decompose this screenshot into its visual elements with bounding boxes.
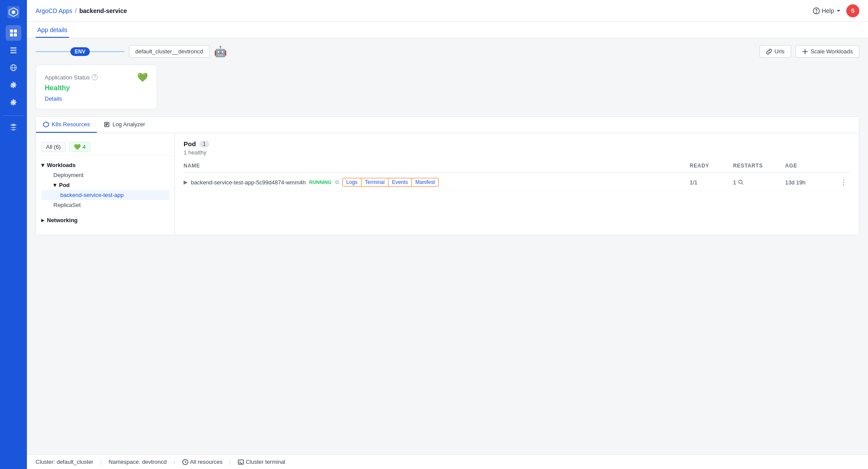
terminal-icon (238, 459, 244, 465)
health-icon: 💚 (137, 72, 148, 82)
chevron-right-icon: › (174, 459, 175, 465)
workloads-group-header[interactable]: ▾ Workloads (41, 160, 169, 170)
svg-rect-3 (14, 30, 17, 33)
breadcrumb-apps[interactable]: ArgoCD Apps (36, 7, 72, 14)
action-buttons: Logs Terminal Events Manifest (342, 178, 439, 187)
scale-label: Scale Workloads (811, 48, 853, 55)
pod-group-label: Pod (59, 182, 70, 188)
tree-item-deployment[interactable]: Deployment (41, 170, 169, 180)
col-header-actions (837, 163, 850, 169)
urls-button[interactable]: Urls (760, 45, 791, 58)
breadcrumb-current: backend-service (79, 7, 127, 14)
copy-icon[interactable]: ⧉ (335, 179, 339, 186)
info-icon[interactable]: ? (92, 74, 98, 80)
svg-line-20 (742, 184, 743, 185)
action-logs-button[interactable]: Logs (343, 178, 362, 186)
robot-icon: 🤖 (214, 46, 227, 58)
filter-healthy-button[interactable]: 💚 4 (69, 142, 90, 152)
left-panel: All (6) 💚 4 ▾ Workloads (36, 133, 175, 235)
sidebar-icon-environments[interactable] (6, 60, 21, 75)
status-card: Application Status ? 💚 Healthy Details (36, 65, 157, 109)
pod-ready: 1/1 (690, 179, 733, 186)
pod-age: 13d 19h (785, 179, 837, 186)
pod-status: RUNNING (309, 180, 331, 185)
cluster-terminal-link[interactable]: Cluster terminal (238, 459, 285, 465)
heart-filter-icon: 💚 (74, 144, 81, 150)
pod-panel-title: Pod (184, 140, 196, 148)
row-expand-icon[interactable]: ▶ (184, 179, 187, 185)
pod-name-cell: ▶ backend-service-test-app-5c99d4874-wmm… (184, 178, 690, 187)
urls-label: Urls (775, 48, 785, 55)
pod-group-header[interactable]: ▾ Pod (41, 180, 169, 190)
sidebar-logo[interactable] (6, 4, 21, 20)
col-header-ready: READY (690, 163, 733, 169)
pod-count-badge: 1 (199, 141, 209, 148)
status-card-title-text: Application Status (45, 74, 90, 81)
svg-rect-6 (10, 47, 16, 49)
col-header-restarts: RESTARTS (733, 163, 785, 169)
k8s-tabs: K8s Resources Log Analyzer (36, 117, 859, 133)
sidebar-icon-settings2[interactable] (6, 95, 21, 110)
details-link[interactable]: Details (45, 95, 148, 102)
bottom-namespace: Namespace: devtroncd (108, 459, 167, 465)
row-more-button[interactable]: ⋮ (837, 178, 850, 187)
svg-point-19 (739, 180, 742, 184)
col-header-name: NAME (184, 163, 690, 169)
content-area: ENV default_cluster__devtroncd 🤖 Urls (27, 38, 868, 454)
networking-label: Networking (47, 217, 78, 223)
tree-group-networking: ▸ Networking (36, 213, 174, 228)
help-label: Help (822, 7, 834, 14)
networking-expand-icon: ▸ (41, 217, 44, 223)
bottom-sep2: | (230, 459, 231, 465)
tab-log-analyzer[interactable]: Log Analyzer (97, 117, 152, 133)
svg-rect-7 (10, 50, 16, 51)
networking-group-header[interactable]: ▸ Networking (41, 215, 169, 225)
bottom-sep1: | (100, 459, 102, 465)
tree-item-pod-selected[interactable]: backend-service-test-app (41, 190, 169, 200)
action-terminal-button[interactable]: Terminal (362, 178, 388, 186)
tab-log-analyzer-label: Log Analyzer (112, 121, 145, 128)
topbar: ArgoCD Apps / backend-service Help S (27, 0, 868, 22)
link-icon (766, 49, 772, 55)
all-resources-link[interactable]: All resources (182, 459, 223, 465)
chevron-down-icon (836, 8, 841, 13)
workloads-label: Workloads (47, 162, 76, 168)
tree-group-workloads: ▾ Workloads Deployment ▾ Pod backend-ser… (36, 157, 174, 213)
env-line: ENV (36, 47, 125, 56)
tree-section: ▾ Workloads Deployment ▾ Pod backend-ser… (36, 156, 174, 230)
scale-workloads-button[interactable]: Scale Workloads (796, 45, 859, 58)
search-restarts-icon[interactable] (738, 179, 744, 185)
resources-panel: All (6) 💚 4 ▾ Workloads (36, 133, 859, 235)
action-manifest-button[interactable]: Manifest (412, 178, 438, 186)
svg-rect-8 (10, 52, 16, 53)
bottom-cluster: Cluster: default_cluster (36, 459, 93, 465)
log-icon (104, 121, 110, 128)
bottom-bar: Cluster: default_cluster | Namespace: de… (27, 454, 868, 469)
tab-k8s-resources[interactable]: K8s Resources (36, 117, 97, 133)
filter-all-button[interactable]: All (6) (41, 142, 66, 152)
tab-app-details[interactable]: App details (36, 23, 69, 38)
sidebar-icon-apps[interactable] (6, 25, 21, 41)
pod-panel-header: Pod 1 (184, 140, 850, 148)
svg-rect-5 (14, 33, 17, 36)
resources-container: K8s Resources Log Analyzer (36, 116, 859, 235)
help-button[interactable]: Help (813, 7, 841, 14)
sidebar-icon-settings1[interactable] (6, 77, 21, 93)
pod-collapse-icon: ▾ (53, 182, 56, 188)
col-header-age: AGE (785, 163, 837, 169)
action-events-button[interactable]: Events (388, 178, 412, 186)
breadcrumb-separator: / (75, 7, 77, 14)
sidebar (0, 0, 27, 469)
env-line-left (36, 51, 70, 52)
tree-item-replicaset[interactable]: ReplicaSet (41, 200, 169, 210)
sidebar-icon-stacks[interactable] (6, 119, 21, 135)
all-resources-label: All resources (190, 459, 223, 465)
svg-point-1 (12, 10, 15, 14)
svg-rect-2 (10, 30, 13, 33)
table-header: NAME READY RESTARTS AGE (184, 163, 850, 173)
cluster-box[interactable]: default_cluster__devtroncd (129, 45, 210, 58)
user-avatar[interactable]: S (846, 4, 859, 17)
sidebar-icon-deployments[interactable] (6, 43, 21, 58)
right-panel: Pod 1 1 healthy NAME READY RESTARTS AGE (175, 133, 859, 235)
pod-healthy-text: 1 healthy (184, 149, 850, 156)
